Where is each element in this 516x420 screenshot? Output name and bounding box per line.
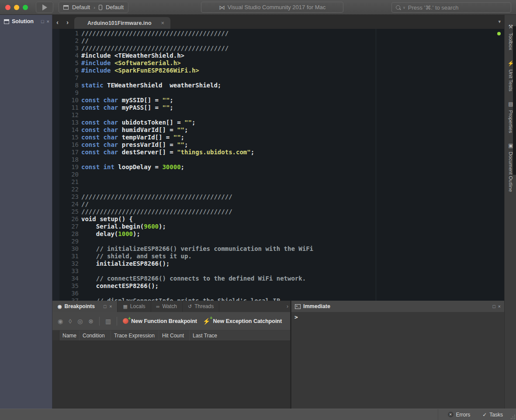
new-function-breakpoint-button[interactable]: New Function Breakpoint: [123, 318, 197, 324]
code-text: // shield, and sets it up.: [81, 253, 192, 260]
locals-tab-label: Locals: [130, 303, 145, 309]
navigate-back-button[interactable]: ‹: [56, 18, 59, 26]
code-line[interactable]: 20: [52, 171, 504, 178]
code-line[interactable]: 27 Serial.begin(9600);: [52, 223, 504, 230]
code-line[interactable]: 1///////////////////////////////////////…: [52, 30, 504, 37]
bottom-pad-tabs: ◉ Breakpoints □ × ▦ Locals ∞ Watch ↺ Thr…: [52, 301, 290, 312]
code-line[interactable]: 30 // initializeESP8266() verifies commu…: [52, 245, 504, 253]
disable-all-breakpoints-icon[interactable]: ◎: [77, 318, 83, 325]
dock-icon[interactable]: □: [493, 304, 495, 309]
code-line[interactable]: 24//: [52, 201, 504, 208]
run-button[interactable]: [36, 2, 53, 13]
zoom-window-button[interactable]: [23, 5, 28, 10]
dock-icon[interactable]: □: [41, 19, 44, 24]
breakpoints-icon: ◉: [58, 304, 62, 309]
code-line[interactable]: 12: [52, 111, 504, 119]
code-line[interactable]: 9: [52, 89, 504, 97]
columns-options-icon[interactable]: ▥: [105, 318, 111, 325]
code-line[interactable]: 19const int loopDelay = 30000;: [52, 163, 504, 171]
immediate-pad: >_ Immediate □ × >: [291, 301, 504, 409]
code-text: //: [81, 37, 89, 45]
right-dock-strip: ⚒Toolbox ⚡Unit Tests ▤Properties ▣Docume…: [504, 15, 516, 409]
line-number: 32: [52, 260, 81, 267]
tab-locals[interactable]: ▦ Locals: [118, 301, 151, 312]
line-number: 36: [52, 290, 81, 297]
line-number: 8: [52, 82, 81, 89]
code-line[interactable]: 15const char tempVarId[] = "";: [52, 134, 504, 141]
navigate-forward-button[interactable]: ›: [66, 18, 69, 26]
new-exception-catchpoint-button[interactable]: ⚡ New Exception Catchpoint: [203, 318, 282, 325]
close-icon[interactable]: ×: [498, 304, 501, 309]
code-line[interactable]: 6#include <SparkFunESP8266WiFi.h>: [52, 67, 504, 74]
close-tab-icon[interactable]: ×: [161, 20, 165, 26]
minimize-window-button[interactable]: [14, 5, 19, 10]
code-line[interactable]: 23//////////////////////////////////////…: [52, 193, 504, 201]
tab-list-dropdown-icon[interactable]: ▾: [498, 19, 501, 24]
column-condition[interactable]: Condition: [80, 330, 111, 340]
code-line[interactable]: 18: [52, 156, 504, 163]
code-line[interactable]: 26void setup() {: [52, 215, 504, 223]
tab-overflow-icon[interactable]: ›: [287, 303, 288, 309]
line-number: 22: [52, 186, 81, 193]
code-line[interactable]: 28 delay(1000);: [52, 230, 504, 238]
errors-label: Errors: [456, 412, 471, 418]
tasks-icon: ✓: [482, 412, 487, 418]
code-line[interactable]: 8static TEWeatherShield weatherShield;: [52, 82, 504, 89]
immediate-console-input[interactable]: >: [291, 312, 504, 320]
build-configuration-selector[interactable]: Default › Default: [59, 2, 128, 13]
column-trace-expression[interactable]: Trace Expression: [111, 330, 159, 340]
code-line[interactable]: 25//////////////////////////////////////…: [52, 208, 504, 215]
tasks-button[interactable]: ✓ Tasks: [482, 412, 503, 418]
code-text: static TEWeatherShield weatherShield;: [81, 82, 221, 89]
code-text: const char destServer[] = "things.ubidot…: [81, 149, 254, 156]
code-line[interactable]: 29: [52, 238, 504, 245]
line-number: 28: [52, 230, 81, 238]
clear-breakpoints-icon[interactable]: ◊: [69, 318, 72, 325]
dock-icon[interactable]: □: [104, 304, 106, 309]
code-line[interactable]: 10const char mySSID[] = "";: [52, 97, 504, 104]
code-line[interactable]: 7: [52, 74, 504, 82]
code-text: //: [81, 201, 89, 208]
code-line[interactable]: 13const char ubidotsToken[] = "";: [52, 119, 504, 126]
close-window-button[interactable]: [5, 5, 10, 10]
watch-icon: ∞: [156, 304, 160, 309]
code-line[interactable]: 11const char myPASS[] = "";: [52, 104, 504, 111]
new-breakpoint-icon[interactable]: ◉: [58, 318, 63, 325]
remove-all-breakpoints-icon[interactable]: ⊗: [88, 318, 94, 325]
column-last-trace[interactable]: Last Trace: [190, 330, 290, 340]
code-line[interactable]: 32 initializeESP8266();: [52, 260, 504, 267]
code-line[interactable]: 31 // shield, and sets it up.: [52, 253, 504, 260]
tab-breakpoints[interactable]: ◉ Breakpoints □ ×: [52, 301, 118, 312]
search-input[interactable]: ∨ Press '⌘.' to search: [391, 2, 511, 13]
code-line[interactable]: 17const char destServer[] = "things.ubid…: [52, 149, 504, 156]
code-editor[interactable]: 1///////////////////////////////////////…: [52, 29, 504, 301]
code-line[interactable]: 33: [52, 267, 504, 275]
close-icon[interactable]: ×: [109, 304, 112, 309]
tab-watch[interactable]: ∞ Watch: [151, 301, 183, 312]
code-line[interactable]: 5#include <SoftwareSerial.h>: [52, 59, 504, 67]
immediate-pad-header: >_ Immediate □ ×: [291, 301, 504, 312]
code-line[interactable]: 34 // connectESP8266() connects to the d…: [52, 275, 504, 282]
code-line[interactable]: 22: [52, 186, 504, 193]
column-name[interactable]: Name: [59, 330, 80, 340]
code-line[interactable]: 3///////////////////////////////////////…: [52, 45, 504, 52]
column-hit-count[interactable]: Hit Count: [159, 330, 190, 340]
tab-arduino101firmware[interactable]: Arduino101Firmware.ino ×: [74, 17, 170, 29]
device-label: Default: [106, 4, 124, 10]
resize-grip[interactable]: [510, 414, 516, 420]
code-line[interactable]: 14const char humidVarId[] = "";: [52, 126, 504, 134]
configuration-label: Default: [72, 4, 90, 10]
code-line[interactable]: 21: [52, 178, 504, 186]
code-line[interactable]: 36: [52, 290, 504, 297]
traffic-lights: [5, 5, 28, 10]
code-line[interactable]: 4#include <TEWeatherShield.h>: [52, 52, 504, 59]
tab-threads[interactable]: ↺ Threads: [183, 301, 219, 312]
scrollbar[interactable]: [513, 26, 516, 175]
code-area[interactable]: 1///////////////////////////////////////…: [52, 29, 504, 301]
code-line[interactable]: 35 connectESP8266();: [52, 282, 504, 290]
code-line[interactable]: 37 // displayConnectInfo prints the Shie…: [52, 297, 504, 301]
close-icon[interactable]: ×: [47, 19, 49, 24]
code-line[interactable]: 2//: [52, 37, 504, 45]
code-line[interactable]: 16const char pressVarId[] = "";: [52, 141, 504, 149]
errors-button[interactable]: ✕ Errors: [448, 412, 471, 418]
